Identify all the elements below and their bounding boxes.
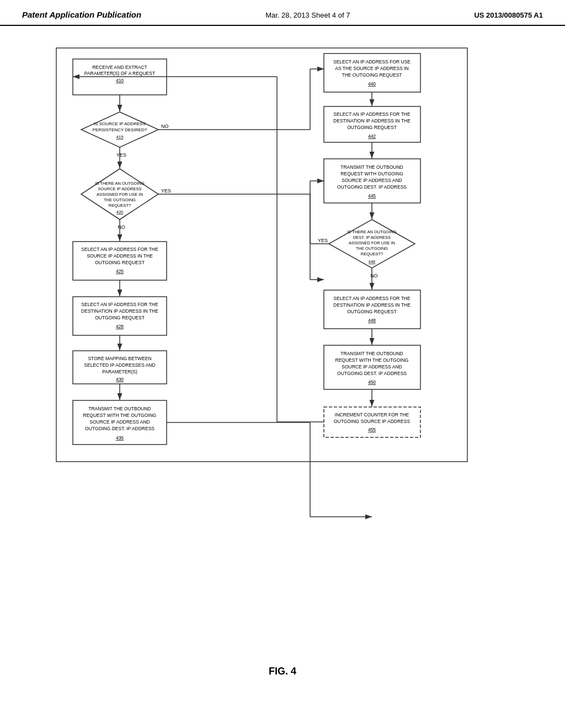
svg-text:SELECT AN IP ADDRESS FOR THE: SELECT AN IP ADDRESS FOR THE bbox=[81, 247, 158, 252]
svg-text:NO: NO bbox=[118, 224, 125, 230]
svg-text:RECEIVE AND EXTRACT: RECEIVE AND EXTRACT bbox=[92, 65, 147, 70]
svg-text:SOURCE IP ADDRESS IN THE: SOURCE IP ADDRESS IN THE bbox=[87, 253, 153, 259]
svg-text:PERSISTENCY DESIRED?: PERSISTENCY DESIRED? bbox=[93, 127, 147, 132]
svg-text:SELECT AN IP ADDRESS FOR THE: SELECT AN IP ADDRESS FOR THE bbox=[81, 302, 158, 307]
svg-text:SOURCE IP ADDRESS AND: SOURCE IP ADDRESS AND bbox=[89, 419, 150, 425]
svg-text:AS THE SOURCE IP ADDRESS IN: AS THE SOURCE IP ADDRESS IN bbox=[335, 66, 408, 71]
svg-text:455: 455 bbox=[368, 427, 376, 432]
svg-text:DESTINATION IP ADDRESS IN THE: DESTINATION IP ADDRESS IN THE bbox=[333, 118, 411, 124]
svg-text:IS THERE AN OUTGOING: IS THERE AN OUTGOING bbox=[347, 229, 397, 234]
svg-text:425: 425 bbox=[116, 269, 124, 274]
svg-text:ASSIGNED FOR USE IN: ASSIGNED FOR USE IN bbox=[349, 240, 395, 245]
svg-text:SELECT AN IP ADDRESS FOR THE: SELECT AN IP ADDRESS FOR THE bbox=[333, 111, 411, 117]
svg-text:ASSIGNED FOR USE IN: ASSIGNED FOR USE IN bbox=[97, 192, 143, 197]
svg-text:REQUEST WITH THE OUTGOING: REQUEST WITH THE OUTGOING bbox=[83, 413, 157, 418]
svg-text:SELECT AN IP ADDRESS FOR USE: SELECT AN IP ADDRESS FOR USE bbox=[333, 59, 411, 65]
svg-text:SOURCE IP ADDRESS: SOURCE IP ADDRESS bbox=[98, 186, 141, 191]
svg-text:THE OUTGOING: THE OUTGOING bbox=[104, 197, 136, 202]
svg-text:OUTGOING REQUEST: OUTGOING REQUEST bbox=[95, 315, 145, 320]
svg-text:428: 428 bbox=[116, 324, 124, 329]
svg-text:SOURCE IP ADDRESS AND: SOURCE IP ADDRESS AND bbox=[342, 364, 402, 370]
diagram-area: RECEIVE AND EXTRACT PARAMETER(S) OF A RE… bbox=[0, 26, 565, 655]
svg-text:430: 430 bbox=[116, 377, 124, 382]
header-left: Patent Application Publication bbox=[22, 10, 141, 19]
flowchart-svg: RECEIVE AND EXTRACT PARAMETER(S) OF A RE… bbox=[40, 42, 525, 638]
svg-text:OUTGOING REQUEST: OUTGOING REQUEST bbox=[347, 125, 397, 130]
svg-text:SOURCE IP ADDRESS AND: SOURCE IP ADDRESS AND bbox=[342, 178, 402, 183]
svg-text:REQUEST WITH  OUTGOING: REQUEST WITH OUTGOING bbox=[340, 171, 403, 176]
svg-text:OUTGOING DEST. IP ADDRESS: OUTGOING DEST. IP ADDRESS bbox=[85, 426, 154, 431]
svg-text:INCREMENT COUNTER FOR THE: INCREMENT COUNTER FOR THE bbox=[335, 412, 409, 417]
svg-text:440: 440 bbox=[368, 81, 376, 87]
svg-text:450: 450 bbox=[368, 379, 376, 385]
svg-text:442: 442 bbox=[368, 133, 376, 139]
svg-text:420: 420 bbox=[116, 210, 124, 215]
svg-text:PARAMETER(S): PARAMETER(S) bbox=[102, 369, 137, 374]
svg-text:TRANSMIT THE OUTBOUND: TRANSMIT THE OUTBOUND bbox=[340, 351, 403, 356]
header-center: Mar. 28, 2013 Sheet 4 of 7 bbox=[265, 11, 350, 19]
svg-text:IS SOURCE IP ADDRESS: IS SOURCE IP ADDRESS bbox=[94, 121, 146, 126]
svg-text:OUTGOING SOURCE IP ADDRESS: OUTGOING SOURCE IP ADDRESS bbox=[334, 419, 411, 424]
page-header: Patent Application Publication Mar. 28, … bbox=[0, 0, 565, 26]
svg-text:OUTGOING DEST. IP ADDRESS: OUTGOING DEST. IP ADDRESS bbox=[337, 371, 407, 376]
svg-text:TRANSMIT THE OUTBOUND: TRANSMIT THE OUTBOUND bbox=[340, 164, 403, 170]
svg-text:REQUEST WITH THE OUTGOING: REQUEST WITH THE OUTGOING bbox=[335, 357, 409, 363]
svg-text:DESTINATION IP ADDRESS IN THE: DESTINATION IP ADDRESS IN THE bbox=[333, 302, 411, 308]
svg-text:435: 435 bbox=[116, 435, 124, 441]
svg-text:DESTINATION IP ADDRESS IN THE: DESTINATION IP ADDRESS IN THE bbox=[81, 308, 158, 314]
svg-text:YES: YES bbox=[116, 152, 126, 158]
figure-caption: FIG. 4 bbox=[0, 666, 565, 677]
svg-text:THE OUTGOING REQUEST: THE OUTGOING REQUEST bbox=[342, 72, 402, 78]
svg-text:OUTGOING REQUEST: OUTGOING REQUEST bbox=[95, 260, 145, 265]
header-right: US 2013/0080575 A1 bbox=[474, 11, 543, 19]
svg-text:NO: NO bbox=[161, 124, 169, 129]
svg-text:SELECTED IP ADDRESSES AND: SELECTED IP ADDRESSES AND bbox=[84, 362, 155, 368]
svg-text:448: 448 bbox=[368, 318, 376, 323]
svg-text:THE OUTGOING: THE OUTGOING bbox=[356, 246, 388, 251]
svg-text:REQUEST?: REQUEST? bbox=[361, 251, 383, 256]
svg-text:PARAMETER(S) OF A REQUEST: PARAMETER(S) OF A REQUEST bbox=[84, 71, 155, 76]
svg-text:OUTGOING DEST. IP ADDRESS: OUTGOING DEST. IP ADDRESS bbox=[337, 184, 407, 190]
svg-text:415: 415 bbox=[116, 135, 124, 140]
svg-text:REQUEST?: REQUEST? bbox=[109, 203, 131, 208]
svg-text:TRANSMIT THE OUTBOUND: TRANSMIT THE OUTBOUND bbox=[88, 406, 151, 411]
svg-text:410: 410 bbox=[116, 78, 124, 83]
svg-text:YES: YES bbox=[161, 188, 171, 194]
svg-text:446: 446 bbox=[369, 259, 376, 264]
svg-text:SELECT AN IP ADDRESS FOR THE: SELECT AN IP ADDRESS FOR THE bbox=[333, 296, 411, 301]
svg-text:DEST. IP ADDRESS: DEST. IP ADDRESS bbox=[353, 235, 391, 240]
svg-text:IS THERE AN OUTGOING: IS THERE AN OUTGOING bbox=[95, 181, 145, 186]
svg-text:STORE MAPPING BETWEEN: STORE MAPPING BETWEEN bbox=[88, 356, 151, 361]
svg-text:YES: YES bbox=[318, 238, 328, 243]
svg-text:OUTGOING REQUEST: OUTGOING REQUEST bbox=[347, 309, 397, 314]
svg-text:445: 445 bbox=[368, 193, 376, 199]
